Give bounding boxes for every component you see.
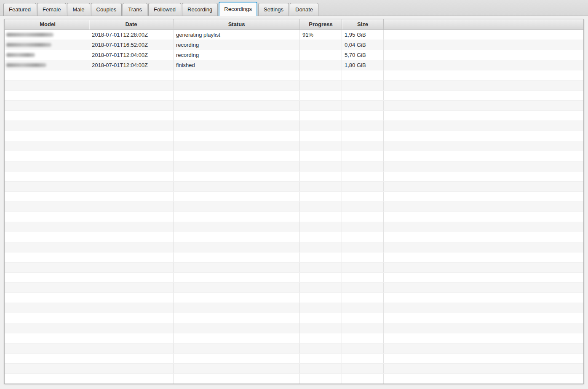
empty-table-row[interactable] <box>5 303 583 313</box>
tab-settings[interactable]: Settings <box>258 3 289 16</box>
cell-progress <box>300 111 342 121</box>
cell-size <box>342 202 384 212</box>
cell-blank <box>384 192 583 201</box>
cell-status: recording <box>174 40 300 50</box>
cell-date <box>89 121 174 131</box>
tab-trans[interactable]: Trans <box>123 3 147 16</box>
empty-table-row[interactable] <box>5 333 583 343</box>
cell-status <box>174 151 300 161</box>
column-header-status[interactable]: Status <box>174 19 300 30</box>
empty-table-row[interactable] <box>5 192 583 202</box>
empty-table-row[interactable] <box>5 374 583 384</box>
table-row[interactable]: 2018-07-01T12:04:00Zfinished1,80 GiB <box>5 60 583 70</box>
column-header-progress[interactable]: Progress <box>300 19 342 30</box>
empty-table-row[interactable] <box>5 212 583 222</box>
column-header-date[interactable]: Date <box>89 19 174 30</box>
cell-status <box>174 161 300 171</box>
empty-table-row[interactable] <box>5 151 583 161</box>
empty-table-row[interactable] <box>5 313 583 323</box>
tab-bar: FeaturedFemaleMaleCouplesTransFollowedRe… <box>0 0 588 16</box>
cell-progress <box>300 40 342 50</box>
cell-size <box>342 80 384 90</box>
cell-blank <box>384 50 583 60</box>
empty-table-row[interactable] <box>5 172 583 182</box>
empty-table-row[interactable] <box>5 222 583 232</box>
cell-date <box>89 101 174 110</box>
empty-table-row[interactable] <box>5 101 583 111</box>
cell-size <box>342 151 384 161</box>
empty-table-row[interactable] <box>5 121 583 131</box>
cell-model <box>5 263 89 272</box>
column-header-model[interactable]: Model <box>5 19 89 30</box>
cell-status <box>174 80 300 90</box>
empty-table-row[interactable] <box>5 283 583 293</box>
empty-table-row[interactable] <box>5 111 583 121</box>
cell-date <box>89 80 174 90</box>
empty-table-row[interactable] <box>5 131 583 141</box>
table-row[interactable]: 2018-07-01T12:04:00Zrecording5,70 GiB <box>5 50 583 60</box>
cell-size <box>342 131 384 141</box>
cell-date <box>89 91 174 100</box>
empty-table-row[interactable] <box>5 263 583 273</box>
cell-blank <box>384 131 583 141</box>
empty-table-row[interactable] <box>5 70 583 80</box>
cell-progress <box>300 313 342 323</box>
cell-blank <box>384 202 583 212</box>
empty-table-row[interactable] <box>5 91 583 101</box>
cell-status <box>174 374 300 384</box>
cell-date <box>89 111 174 121</box>
recordings-table: ModelDateStatusProgressSize 2018-07-01T1… <box>4 19 584 384</box>
column-header-blank[interactable] <box>384 19 583 30</box>
cell-progress <box>300 91 342 100</box>
cell-progress <box>300 172 342 181</box>
cell-size <box>342 172 384 181</box>
empty-table-row[interactable] <box>5 252 583 263</box>
empty-table-row[interactable] <box>5 232 583 242</box>
model-name-redacted-blob <box>6 33 53 37</box>
cell-progress <box>300 252 342 262</box>
empty-table-row[interactable] <box>5 182 583 192</box>
table-row[interactable]: 2018-07-01T12:28:00Zgenerating playlist9… <box>5 30 583 40</box>
column-header-size[interactable]: Size <box>342 19 384 30</box>
tab-couples[interactable]: Couples <box>91 3 122 16</box>
cell-status <box>174 131 300 141</box>
empty-table-row[interactable] <box>5 343 583 354</box>
cell-progress <box>300 374 342 384</box>
cell-model <box>5 172 89 181</box>
cell-progress <box>300 161 342 171</box>
tab-female[interactable]: Female <box>37 3 66 16</box>
cell-size <box>342 313 384 323</box>
tab-recording[interactable]: Recording <box>182 3 218 16</box>
cell-progress <box>300 212 342 222</box>
empty-table-row[interactable] <box>5 293 583 303</box>
cell-progress <box>300 232 342 242</box>
cell-status <box>174 364 300 373</box>
empty-table-row[interactable] <box>5 80 583 91</box>
empty-table-row[interactable] <box>5 202 583 212</box>
cell-blank <box>384 172 583 181</box>
tab-donate[interactable]: Donate <box>290 3 318 16</box>
empty-table-row[interactable] <box>5 141 583 151</box>
cell-date <box>89 323 174 333</box>
empty-table-row[interactable] <box>5 323 583 333</box>
cell-size <box>342 323 384 333</box>
cell-date <box>89 333 174 343</box>
tab-male[interactable]: Male <box>67 3 90 16</box>
tab-followed[interactable]: Followed <box>148 3 181 16</box>
tab-recordings[interactable]: Recordings <box>219 2 257 16</box>
empty-table-row[interactable] <box>5 364 583 374</box>
table-row[interactable]: 2018-07-01T16:52:00Zrecording0,04 GiB <box>5 40 583 50</box>
cell-size <box>342 111 384 121</box>
empty-table-row[interactable] <box>5 242 583 252</box>
cell-date <box>89 232 174 242</box>
cell-status <box>174 141 300 151</box>
empty-table-row[interactable] <box>5 273 583 283</box>
empty-table-row[interactable] <box>5 161 583 172</box>
cell-model <box>5 182 89 191</box>
tab-featured[interactable]: Featured <box>3 3 36 16</box>
cell-status <box>174 263 300 272</box>
cell-size <box>342 252 384 262</box>
cell-size <box>342 283 384 292</box>
cell-status: generating playlist <box>174 30 300 40</box>
empty-table-row[interactable] <box>5 354 583 364</box>
